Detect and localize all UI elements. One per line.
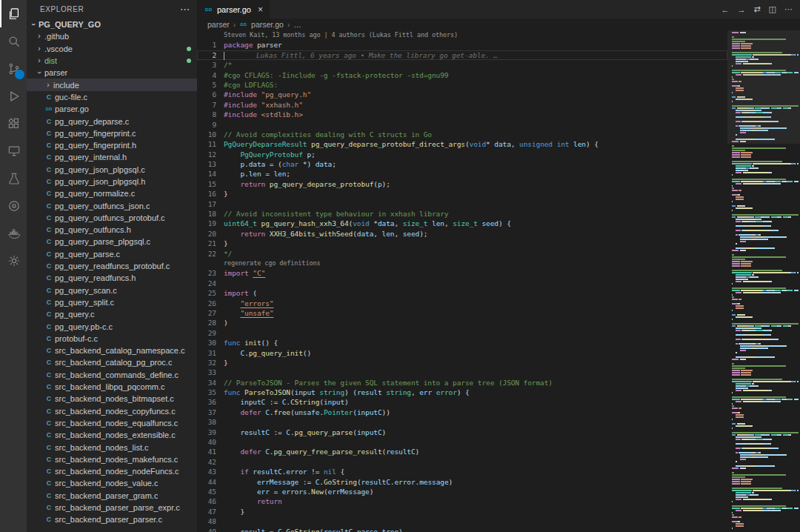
code-line-44[interactable]: 44 errMessage := C.GoString(resultC.erro… bbox=[197, 477, 727, 487]
tree-item-pg-query-fingerprint-h[interactable]: Cpg_query_fingerprint.h bbox=[27, 139, 197, 151]
code-line-32[interactable]: 32} bbox=[197, 358, 727, 368]
code-line-45[interactable]: 45 err = errors.New(errMessage) bbox=[197, 487, 727, 496]
line-number[interactable]: 9 bbox=[197, 120, 224, 130]
tree-item-parser[interactable]: ›parser bbox=[27, 67, 197, 79]
tree-item-pg-query-scan-c[interactable]: Cpg_query_scan.c bbox=[27, 285, 197, 296]
line-number[interactable]: 3 bbox=[197, 60, 224, 70]
open-changes-icon[interactable]: ⇄ bbox=[753, 4, 760, 14]
line-number[interactable]: 43 bbox=[197, 467, 224, 476]
line-number[interactable]: 27 bbox=[197, 308, 224, 318]
tree-item-pg-query-c[interactable]: Cpg_query.c bbox=[27, 308, 197, 320]
code-line-29[interactable]: 29 bbox=[197, 328, 727, 338]
line-number[interactable]: 36 bbox=[197, 397, 224, 407]
code-line-11[interactable]: 11PgQueryDeparseResult pg_query_deparse_… bbox=[197, 139, 727, 149]
tree-item-src-backend-nodes-nodefuncs-c[interactable]: Csrc_backend_nodes_nodeFuncs.c bbox=[27, 465, 197, 477]
tree-item-src-backend-nodes-makefuncs-c[interactable]: Csrc_backend_nodes_makefuncs.c bbox=[27, 453, 197, 465]
code-line-20[interactable]: 20 return XXH3_64bits_withSeed(data, len… bbox=[197, 229, 727, 239]
tree-item-protobuf-c-c[interactable]: Cprotobuf-c.c bbox=[27, 333, 197, 345]
activitybar-testing[interactable] bbox=[0, 164, 27, 192]
activitybar-run-debug[interactable] bbox=[0, 82, 27, 110]
code-lens[interactable]: regenerate cgo definitions bbox=[197, 259, 727, 268]
code-line-42[interactable]: 42 bbox=[197, 457, 727, 467]
more-actions-icon[interactable]: ⋯ bbox=[180, 4, 190, 15]
line-number[interactable]: 37 bbox=[197, 408, 224, 417]
activitybar-source-control[interactable] bbox=[0, 55, 27, 82]
tree-item-src-backend-nodes-bitmapset-c[interactable]: Csrc_backend_nodes_bitmapset.c bbox=[27, 393, 197, 405]
code-line-14[interactable]: 14 p.len = len; bbox=[197, 169, 727, 179]
tree-item-src-backend-nodes-list-c[interactable]: Csrc_backend_nodes_list.c bbox=[27, 441, 197, 453]
line-number[interactable]: 30 bbox=[197, 338, 224, 348]
breadcrumb-file[interactable]: parser.go bbox=[251, 20, 284, 29]
line-number[interactable]: 22 bbox=[197, 249, 224, 259]
line-number[interactable]: 6 bbox=[197, 90, 224, 99]
code-line-21[interactable]: 21} bbox=[197, 239, 727, 248]
code-line-18[interactable]: 18// Avoid inconsistent type behaviour i… bbox=[197, 209, 727, 219]
activitybar-docker[interactable] bbox=[0, 219, 27, 247]
tree-item-pg-query-json-plpgsql-c[interactable]: Cpg_query_json_plpgsql.c bbox=[27, 164, 197, 176]
tree-item-src-backend-catalog-pg-proc-c[interactable]: Csrc_backend_catalog_pg_proc.c bbox=[27, 356, 197, 368]
code-line-33[interactable]: 33 bbox=[197, 368, 727, 377]
tree-item-include[interactable]: ›include bbox=[27, 79, 197, 90]
line-number[interactable]: 17 bbox=[197, 199, 224, 209]
activitybar-explorer[interactable] bbox=[0, 0, 27, 27]
code-line-13[interactable]: 13 p.data = (char *) data; bbox=[197, 159, 727, 169]
code-line-2[interactable]: 2Lukas Fittl, 6 years ago • Make the lib… bbox=[197, 50, 727, 60]
code-line-28[interactable]: 28) bbox=[197, 318, 727, 327]
code-line-30[interactable]: 30func init() { bbox=[197, 338, 727, 348]
code-line-9[interactable]: 9 bbox=[197, 120, 727, 130]
code-line-12[interactable]: 12 PgQueryProtobuf p; bbox=[197, 150, 727, 159]
line-number[interactable]: 8 bbox=[197, 110, 224, 119]
code-line-38[interactable]: 38 bbox=[197, 417, 727, 427]
tree-item-src-backend-commands-define-c[interactable]: Csrc_backend_commands_define.c bbox=[27, 369, 197, 381]
more-actions-icon[interactable]: ⋯ bbox=[784, 4, 793, 14]
line-number[interactable]: 2 bbox=[197, 50, 224, 60]
tree-item-src-backend-nodes-extensible-c[interactable]: Csrc_backend_nodes_extensible.c bbox=[27, 429, 197, 441]
tree-item-dist[interactable]: ›dist bbox=[27, 55, 197, 67]
line-number[interactable]: 49 bbox=[197, 527, 224, 532]
code-line-41[interactable]: 41 defer C.pg_query_free_parse_result(re… bbox=[197, 447, 727, 456]
tree-item-src-backend-nodes-equalfuncs-c[interactable]: Csrc_backend_nodes_equalfuncs.c bbox=[27, 417, 197, 429]
line-number[interactable]: 48 bbox=[197, 516, 224, 526]
tree-item-pg-query-json-plpgsql-h[interactable]: Cpg_query_json_plpgsql.h bbox=[27, 176, 197, 187]
code-line-25[interactable]: 25import ( bbox=[197, 288, 727, 298]
tree-item-parser-go[interactable]: GOparser.go bbox=[27, 103, 197, 115]
tree-item-guc-file-c[interactable]: Cguc-file.c bbox=[27, 91, 197, 103]
code-area[interactable]: Steven Kait, 13 months ago | 4 authors (… bbox=[197, 30, 727, 532]
tree-item-pg-query-readfuncs-protobuf-c[interactable]: Cpg_query_readfuncs_protobuf.c bbox=[27, 260, 197, 272]
tree-item-pg-query-parse-plpgsql-c[interactable]: Cpg_query_parse_plpgsql.c bbox=[27, 236, 197, 247]
code-line-34[interactable]: 34// ParseToJSON - Parses the given SQL … bbox=[197, 378, 727, 388]
code-line-22[interactable]: 22*/ bbox=[197, 249, 727, 259]
activitybar-settings-gear[interactable] bbox=[0, 247, 27, 274]
code-line-16[interactable]: 16} bbox=[197, 189, 727, 199]
line-number[interactable]: 14 bbox=[197, 169, 224, 179]
minimap[interactable] bbox=[727, 30, 800, 532]
code-line-46[interactable]: 46 return bbox=[197, 496, 727, 506]
code-line-39[interactable]: 39 resultC := C.pg_query_parse(inputC) bbox=[197, 428, 727, 437]
line-number[interactable]: 15 bbox=[197, 179, 224, 189]
line-number[interactable]: 19 bbox=[197, 219, 224, 228]
code-line-48[interactable]: 48 bbox=[197, 516, 727, 526]
line-number[interactable]: 5 bbox=[197, 80, 224, 90]
code-line-23[interactable]: 23import "C" bbox=[197, 268, 727, 278]
code-line-49[interactable]: 49 result = C.GoString(resultC.parse_tre… bbox=[197, 527, 727, 532]
code-line-5[interactable]: 5#cgo LDFLAGS: bbox=[197, 80, 727, 90]
tree-item--vscode[interactable]: ›.vscode bbox=[27, 43, 197, 55]
code-line-4[interactable]: 4#cgo CFLAGS: -Iinclude -g -fstack-prote… bbox=[197, 70, 727, 80]
tree-item-src-backend-catalog-namespace-c[interactable]: Csrc_backend_catalog_namespace.c bbox=[27, 345, 197, 356]
line-number[interactable]: 4 bbox=[197, 70, 224, 80]
tree-item-src-backend-libpq-pqcomm-c[interactable]: Csrc_backend_libpq_pqcomm.c bbox=[27, 381, 197, 393]
code-line-26[interactable]: 26 "errors" bbox=[197, 299, 727, 308]
code-line-1[interactable]: 1package parser bbox=[197, 40, 727, 50]
tree-item-pg-query-outfuncs-json-c[interactable]: Cpg_query_outfuncs_json.c bbox=[27, 199, 197, 211]
line-number[interactable]: 41 bbox=[197, 447, 224, 456]
line-number[interactable]: 35 bbox=[197, 388, 224, 397]
code-lens[interactable]: Steven Kait, 13 months ago | 4 authors (… bbox=[197, 30, 727, 40]
line-number[interactable]: 40 bbox=[197, 437, 224, 447]
breadcrumb-folder[interactable]: parser bbox=[207, 20, 230, 29]
line-number[interactable]: 7 bbox=[197, 100, 224, 110]
tree-item-pg-query-readfuncs-h[interactable]: Cpg_query_readfuncs.h bbox=[27, 272, 197, 284]
line-number[interactable]: 39 bbox=[197, 428, 224, 437]
tree-item--github[interactable]: ›.github bbox=[27, 30, 197, 42]
tree-item-src-backend-parser-parser-c[interactable]: Csrc_backend_parser_parser.c bbox=[27, 513, 197, 525]
code-line-15[interactable]: 15 return pg_query_deparse_protobuf(p); bbox=[197, 179, 727, 189]
